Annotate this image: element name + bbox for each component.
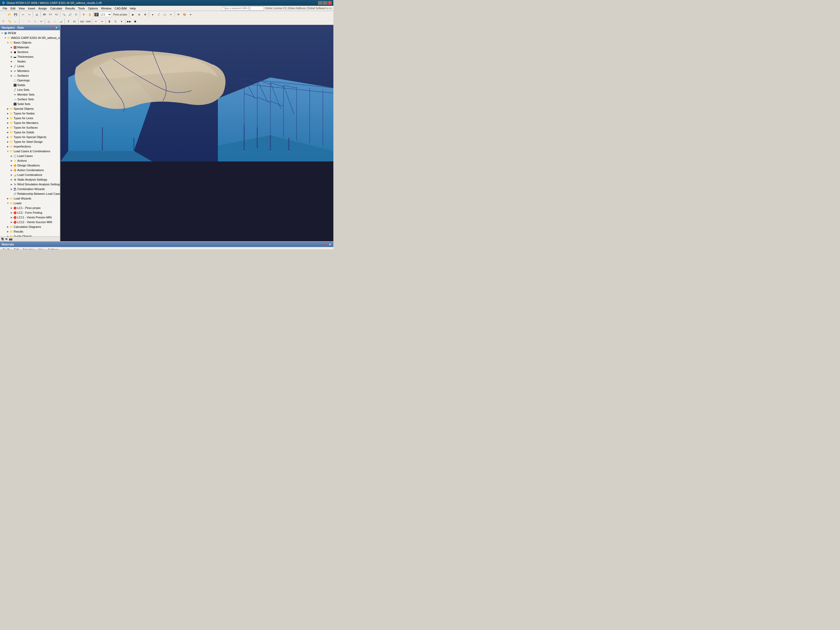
pmenu-edit[interactable]: Edit: [12, 248, 21, 249]
menu-tools[interactable]: Tools: [76, 6, 86, 11]
tree-types-surfaces[interactable]: ▶ 📁 Types for Surfaces: [0, 125, 60, 130]
tb2-snap[interactable]: ⌖: [0, 18, 6, 24]
tree-solid-sets[interactable]: ⬛ Solid Sets: [0, 102, 60, 106]
expand-nodes[interactable]: ▶: [10, 60, 13, 63]
tree-combo-wizards[interactable]: ▶ 🧙 Combination Wizards: [0, 186, 60, 191]
tb-rotate[interactable]: ↻: [81, 11, 87, 17]
expand-membersets[interactable]: [10, 93, 13, 96]
menu-help[interactable]: Help: [128, 6, 137, 11]
expand-rl[interactable]: [10, 192, 13, 195]
expand-cd[interactable]: ▶: [6, 225, 9, 228]
tb2-labels[interactable]: 🏷: [72, 18, 77, 24]
keyword-search-input[interactable]: [222, 6, 264, 11]
expand-tnodes[interactable]: ▶: [6, 112, 9, 115]
tb2-copy[interactable]: ⎘: [113, 18, 118, 24]
tree-rfem-root[interactable]: ▼ 🔷 RFEM: [0, 31, 60, 35]
tb-redo[interactable]: ↪: [26, 11, 32, 17]
expand-ws[interactable]: ▶: [10, 183, 13, 186]
tb2-dimension[interactable]: ↔: [13, 18, 18, 24]
tb2-measure[interactable]: 📏: [6, 18, 12, 24]
tree-nodes[interactable]: ▶ · Nodes: [0, 59, 60, 64]
viewport-3d[interactable]: [60, 25, 333, 241]
tree-types-steel[interactable]: ▶ 📁 Types for Steel Design: [0, 139, 60, 144]
tree-sections[interactable]: ▶ ◼ Sections: [0, 50, 60, 54]
expand-tlines[interactable]: ▶: [6, 117, 9, 120]
tree-loads[interactable]: ▼ 📁 Loads: [0, 201, 60, 205]
tree-openings[interactable]: ⬚ Openings: [0, 78, 60, 83]
tree-thicknesses[interactable]: ▶ ▬ Thicknesses: [0, 54, 60, 59]
expand-file[interactable]: ▼: [4, 36, 7, 39]
tb2-show-supports[interactable]: △: [46, 18, 52, 24]
tb-open[interactable]: 📂: [6, 11, 12, 17]
tree-lc1[interactable]: ▶ 🔴 LC1 - Peso propio: [0, 205, 60, 210]
tree-types-nodes[interactable]: ▶ 📁 Types for Nodes: [0, 111, 60, 116]
tb-member-draw[interactable]: ═: [168, 11, 174, 17]
expand-linesets[interactable]: [10, 88, 13, 92]
expand-lw[interactable]: ▶: [6, 197, 9, 200]
tb-undo[interactable]: ↩: [20, 11, 26, 17]
nav-status-icon-model[interactable]: 🏗: [1, 238, 4, 241]
tb2-delete[interactable]: 🗑: [107, 18, 112, 24]
tb-pan[interactable]: ✋: [87, 11, 93, 17]
tree-types-lines[interactable]: ▶ 📁 Types for Lines: [0, 116, 60, 120]
tb2-show-nodes[interactable]: ·: [20, 18, 26, 24]
tree-materials[interactable]: ▶ 🟫 Materials: [0, 45, 60, 50]
tree-actions[interactable]: ▶ ⚡ Actions: [0, 158, 60, 163]
tree-calc-diagrams[interactable]: ▶ 📁 Calculation Diagrams: [0, 224, 60, 229]
tb-color[interactable]: 🎨: [182, 11, 188, 17]
tb-zoom-out[interactable]: 🔎: [67, 11, 73, 17]
tb-select[interactable]: ⊕: [136, 11, 142, 17]
expand-lc12[interactable]: ▶: [10, 221, 13, 224]
tb-view-xz[interactable]: XZ: [54, 11, 59, 17]
tree-lc11[interactable]: ▶ 🔴 LC11 - Viento Presion MIN: [0, 215, 60, 220]
expand-results[interactable]: ▶: [6, 230, 9, 233]
tree-basic-objects[interactable]: ▼ 📁 Basic Objects: [0, 40, 60, 45]
tree-guide-objects[interactable]: ▶ 📁 Guide Objects: [0, 234, 60, 237]
expand-thick[interactable]: ▶: [10, 55, 13, 58]
tb-zoom-fit[interactable]: ⊡: [73, 11, 79, 17]
maximize-button[interactable]: □: [323, 1, 327, 5]
tb2-local-cs[interactable]: uvw: [85, 18, 91, 24]
tb2-show-surfaces[interactable]: ▪: [32, 18, 38, 24]
expand-members[interactable]: ▶: [10, 69, 13, 73]
expand-tspecial[interactable]: ▶: [6, 136, 9, 139]
expand-loads[interactable]: ▼: [6, 202, 9, 205]
tb-view-perspective[interactable]: 3D: [41, 11, 47, 17]
tree-load-wizards[interactable]: ▶ 📁 Load Wizards: [0, 196, 60, 201]
tb-render[interactable]: ✦: [188, 11, 193, 17]
tb2-stop-calc[interactable]: ⏹: [132, 18, 138, 24]
expand-special[interactable]: ▶: [6, 107, 9, 110]
tb-display[interactable]: 👁: [175, 11, 182, 17]
tb-view-xy[interactable]: XY: [47, 11, 53, 17]
tree-wind-sim[interactable]: ▶ 🌬 Wind Simulation Analysis Settings: [0, 182, 60, 186]
tb-new[interactable]: 📄: [0, 11, 6, 17]
tb-run-calc[interactable]: ▶: [130, 11, 136, 17]
menu-options[interactable]: Options: [86, 6, 99, 11]
menu-window[interactable]: Window: [99, 6, 113, 11]
expand-ds[interactable]: ▶: [10, 164, 13, 167]
menu-cadbim[interactable]: CAD-BIM: [113, 6, 128, 11]
menu-edit[interactable]: Edit: [9, 6, 17, 11]
expand-tsteel[interactable]: ▶: [6, 140, 9, 143]
tree-load-cases-comb[interactable]: ▼ 📁 Load Cases & Combinations: [0, 149, 60, 153]
tb2-global-cs[interactable]: xyz: [79, 18, 85, 24]
tb2-calc-btn[interactable]: ▶▶: [126, 18, 132, 24]
tb2-show-lines[interactable]: ─: [26, 18, 32, 24]
expand-lines[interactable]: ▶: [10, 65, 13, 68]
menu-results[interactable]: Results: [64, 6, 77, 11]
expand-solidsets[interactable]: [10, 103, 13, 106]
menu-view[interactable]: View: [17, 6, 27, 11]
tree-static-analysis[interactable]: ▶ ⚙ Static Analysis Settings: [0, 177, 60, 182]
tb2-move2[interactable]: ✦: [118, 18, 125, 24]
tb-node[interactable]: ●: [150, 11, 156, 17]
expand-ac[interactable]: ▶: [10, 169, 13, 172]
minimize-button[interactable]: ─: [318, 1, 322, 5]
expand-basic[interactable]: ▼: [6, 41, 9, 44]
tree-action-comb[interactable]: ▶ 🔶 Action Combinations: [0, 168, 60, 172]
expand-lc11[interactable]: ▶: [10, 216, 13, 219]
tree-lc2[interactable]: ▶ 🔴 LC2 - Form Finding: [0, 210, 60, 215]
tb2-numbering[interactable]: #: [66, 18, 71, 24]
menu-file[interactable]: File: [1, 6, 9, 11]
pmenu-selection[interactable]: Selection: [21, 248, 36, 249]
tree-imperfections[interactable]: ▶ 📁 Imperfections: [0, 144, 60, 149]
